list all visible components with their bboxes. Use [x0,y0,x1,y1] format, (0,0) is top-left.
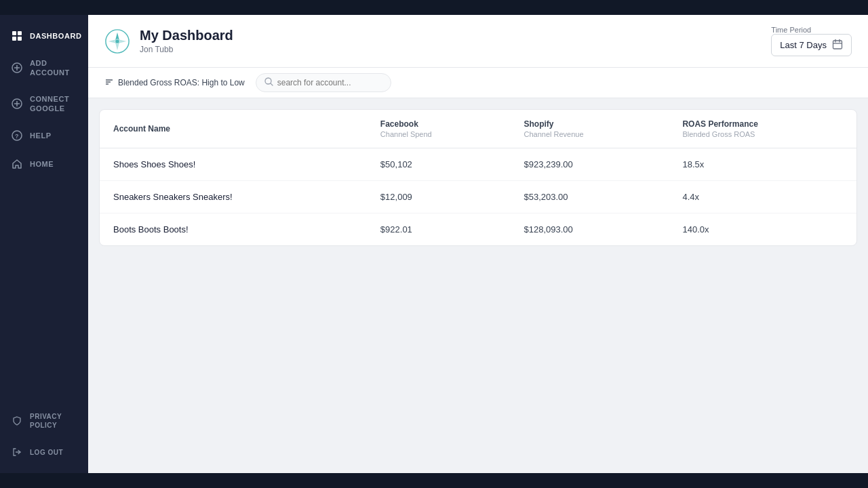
cell-roas: 140.0x [669,214,856,246]
sidebar-label-help: HELP [30,131,52,140]
sidebar-item-home[interactable]: HOME [0,150,88,178]
time-period-label: Time Period [771,26,852,34]
table-row[interactable]: Shoes Shoes Shoes! $50,102 $923,239.00 1… [100,148,856,181]
bottom-chrome-bar [0,473,868,488]
help-icon: ? [11,129,23,142]
sidebar-label-home: HOME [30,159,54,169]
cell-shopify-revenue: $923,239.00 [510,148,669,181]
col-header-facebook: Facebook Channel Spend [367,110,511,148]
home-icon [11,158,23,170]
sidebar-label-add-account: ADD ACCOUNT [30,58,77,78]
sidebar: DASHBOARD ADD ACCOUNT [0,15,88,473]
search-input[interactable] [277,78,379,87]
time-period-select[interactable]: Last 7 Days [771,34,852,56]
sidebar-item-connect-google[interactable]: CONNECT GOOGLE [0,86,88,122]
sidebar-label-privacy-policy: PRIVACY POLICY [30,412,77,430]
grid-icon [11,30,23,42]
cell-account-name: Sneakers Sneakers Sneakers! [100,181,367,214]
sidebar-item-help[interactable]: ? HELP [0,121,88,150]
logout-icon [11,446,23,458]
sidebar-nav: DASHBOARD ADD ACCOUNT [0,15,88,404]
cell-shopify-revenue: $53,203.00 [510,181,669,214]
header-titles: My Dashboard Jon Tubb [140,28,233,54]
svg-rect-1 [18,31,22,35]
svg-marker-15 [115,32,119,39]
header-right: Time Period Last 7 Days [771,26,852,56]
col-header-roas: ROAS Performance Blended Gross ROAS [669,110,856,148]
header-left: My Dashboard Jon Tubb [104,28,233,54]
col-header-shopify: Shopify Channel Revenue [510,110,669,148]
time-period-value: Last 7 Days [780,40,827,50]
table-header: Account Name Facebook Channel Spend Shop… [100,110,856,148]
search-container [256,73,391,92]
cell-roas: 4.4x [669,181,856,214]
svg-marker-18 [119,39,126,43]
time-period-wrapper: Time Period Last 7 Days [771,26,852,56]
sidebar-item-add-account[interactable]: ADD ACCOUNT [0,50,88,86]
table-row[interactable]: Sneakers Sneakers Sneakers! $12,009 $53,… [100,181,856,214]
svg-rect-3 [18,37,22,41]
cell-facebook-spend: $922.01 [367,214,511,246]
svg-rect-19 [833,41,842,49]
logo-icon [104,28,130,54]
sidebar-item-privacy-policy[interactable]: PRIVACY POLICY [0,404,88,438]
svg-rect-2 [12,37,16,41]
svg-line-27 [271,83,273,85]
page-subtitle: Jon Tubb [140,45,233,54]
cell-roas: 18.5x [669,148,856,181]
table-row[interactable]: Boots Boots Boots! $922.01 $128,093.00 1… [100,214,856,246]
header: My Dashboard Jon Tubb Time Period Last 7… [88,15,868,68]
plus-circle-icon [11,62,23,74]
table-body: Shoes Shoes Shoes! $50,102 $923,239.00 1… [100,148,856,246]
col-header-account-name: Account Name [100,110,367,148]
calendar-icon [832,39,843,52]
svg-marker-17 [108,39,116,43]
sort-label: Blended Gross ROAS: High to Low [118,78,245,87]
sidebar-label-connect-google: CONNECT GOOGLE [30,94,77,114]
shield-icon [11,415,23,427]
sidebar-label-log-out: LOG OUT [30,448,63,457]
search-icon [264,77,273,89]
svg-point-14 [115,39,119,43]
accounts-table-container: Account Name Facebook Channel Spend Shop… [99,109,857,246]
accounts-table: Account Name Facebook Channel Spend Shop… [100,110,856,245]
sidebar-item-log-out[interactable]: LOG OUT [0,438,88,466]
svg-text:?: ? [15,133,19,140]
cell-shopify-revenue: $128,093.00 [510,214,669,246]
sidebar-item-dashboard[interactable]: DASHBOARD [0,22,88,50]
page-title: My Dashboard [140,28,233,43]
toolbar: Blended Gross ROAS: High to Low [88,68,868,98]
main-content: My Dashboard Jon Tubb Time Period Last 7… [88,15,868,473]
sidebar-label-dashboard: DASHBOARD [30,31,81,41]
sidebar-bottom: PRIVACY POLICY LOG OUT [0,404,88,473]
sort-icon [104,77,114,89]
sort-button[interactable]: Blended Gross ROAS: High to Low [104,75,245,92]
svg-rect-0 [12,31,16,35]
cell-facebook-spend: $12,009 [367,181,511,214]
cell-facebook-spend: $50,102 [367,148,511,181]
cell-account-name: Boots Boots Boots! [100,214,367,246]
cell-account-name: Shoes Shoes Shoes! [100,148,367,181]
top-chrome-bar [0,0,868,15]
svg-marker-16 [115,42,119,49]
plus-circle-google-icon [11,98,23,110]
